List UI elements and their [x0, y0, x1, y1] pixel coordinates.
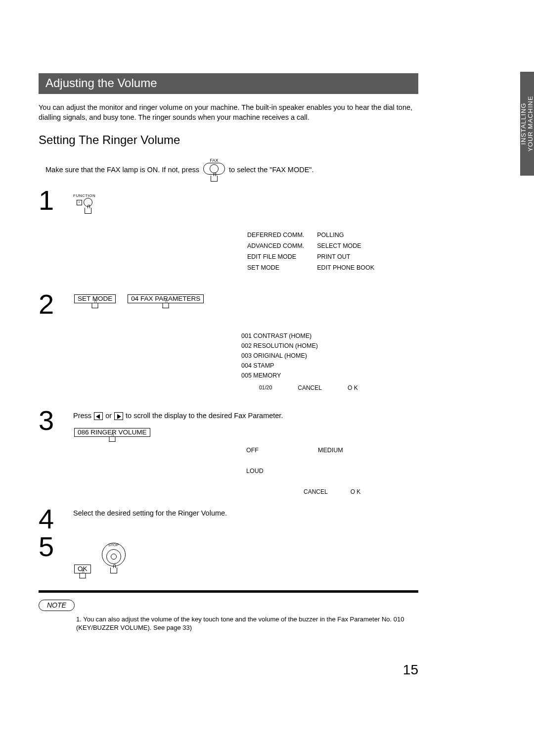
step-5-number: 5: [39, 533, 73, 561]
step4-text: Select the desired setting for the Ringe…: [73, 509, 227, 517]
step-2: 2 SET MODE 04 FAX PARAMETERS: [39, 290, 418, 318]
menu-cell: DEFERRED COMM.: [247, 230, 316, 240]
step-2-number: 2: [39, 290, 73, 318]
ok-label: O K: [351, 488, 361, 495]
section-tab: INSTALLING YOUR MACHINE: [520, 72, 534, 176]
subheading: Setting The Ringer Volume: [39, 133, 418, 147]
menu-cell: SELECT MODE: [317, 241, 386, 251]
step3-pre: Press: [73, 412, 93, 420]
fax-label: FAX: [210, 158, 219, 163]
press-hand-icon: [109, 436, 115, 442]
ringer-volume-key: 086 RINGER VOLUME: [74, 428, 150, 437]
param-item: 002 RESOLUTION (HOME): [241, 341, 418, 351]
press-hand-icon: [211, 176, 218, 182]
modeline-pre: Make sure that the FAX lamp is ON. If no…: [45, 166, 199, 174]
step-3: 3 Press or to scroll the display to the …: [39, 407, 418, 436]
param-item: 004 STAMP: [241, 361, 418, 371]
mode-instruction: Make sure that the FAX lamp is ON. If no…: [45, 158, 418, 182]
menu-cell: ADVANCED COMM.: [247, 241, 316, 251]
step-5: 5 OK STOP: [39, 533, 418, 573]
press-hand-icon: [92, 303, 98, 308]
vol-loud: LOUD: [246, 468, 264, 474]
step3-post: to scroll the display to the desired Fax…: [126, 412, 283, 420]
volume-options-display: OFF MEDIUM LOUD CANCEL O K: [246, 447, 418, 495]
step-4: 4 Select the desired setting for the Rin…: [39, 505, 418, 533]
vol-medium: MEDIUM: [318, 447, 343, 454]
param-item: 001 CONTRAST (HOME): [241, 331, 418, 341]
set-mode-key: SET MODE: [74, 294, 116, 303]
cancel-label: CANCEL: [304, 488, 328, 495]
step-3-number: 3: [39, 407, 73, 434]
asterisk-key-icon: *: [77, 200, 82, 205]
step-4-number: 4: [39, 505, 73, 533]
modeline-post: to select the "FAX MODE".: [229, 166, 313, 174]
stop-label: STOP: [108, 543, 119, 547]
param-item: 005 MEMORY: [241, 371, 418, 380]
ok-label: O K: [348, 383, 358, 393]
intro-text: You can adjust the monitor and ringer vo…: [39, 103, 418, 122]
page-number: 15: [403, 662, 418, 678]
tab-line2: YOUR MACHINE: [527, 95, 534, 151]
ok-key: OK: [74, 565, 91, 573]
vol-off: OFF: [246, 447, 259, 454]
arrow-right-icon: [114, 412, 123, 420]
param-item: 003 ORIGINAL (HOME): [241, 351, 418, 361]
menu-cell: PRINT OUT: [317, 252, 386, 262]
page-content: Adjusting the Volume You can adjust the …: [39, 73, 418, 632]
divider: [39, 590, 418, 593]
menu-cell: EDIT FILE MODE: [247, 252, 316, 262]
parameter-display: 001 CONTRAST (HOME) 002 RESOLUTION (HOME…: [241, 331, 418, 393]
press-hand-icon: [85, 208, 91, 214]
function-key-icon: FUNCTION *: [73, 193, 95, 214]
page-indicator: 01/20: [259, 383, 272, 393]
arrow-left-icon: [94, 412, 103, 420]
step-1-number: 1: [39, 187, 73, 214]
function-label: FUNCTION: [73, 193, 95, 198]
press-hand-icon: [110, 567, 117, 573]
press-hand-icon: [163, 303, 169, 308]
menu-cell: EDIT PHONE BOOK: [317, 263, 386, 273]
menu-display: DEFERRED COMM.POLLING ADVANCED COMM.SELE…: [246, 229, 418, 274]
note-label: NOTE: [39, 600, 75, 611]
press-hand-icon: [79, 573, 86, 578]
step-1: 1 FUNCTION *: [39, 187, 418, 214]
fax-button-icon: FAX: [203, 158, 225, 182]
note-text: 1. You can also adjust the volume of the…: [76, 615, 418, 632]
fax-parameters-key: 04 FAX PARAMETERS: [128, 294, 204, 303]
section-title: Adjusting the Volume: [39, 73, 418, 94]
menu-cell: SET MODE: [247, 263, 316, 273]
menu-cell: POLLING: [317, 230, 386, 240]
cancel-label: CANCEL: [298, 383, 322, 393]
stop-button-icon: STOP: [102, 543, 126, 573]
step3-mid: or: [105, 412, 114, 420]
